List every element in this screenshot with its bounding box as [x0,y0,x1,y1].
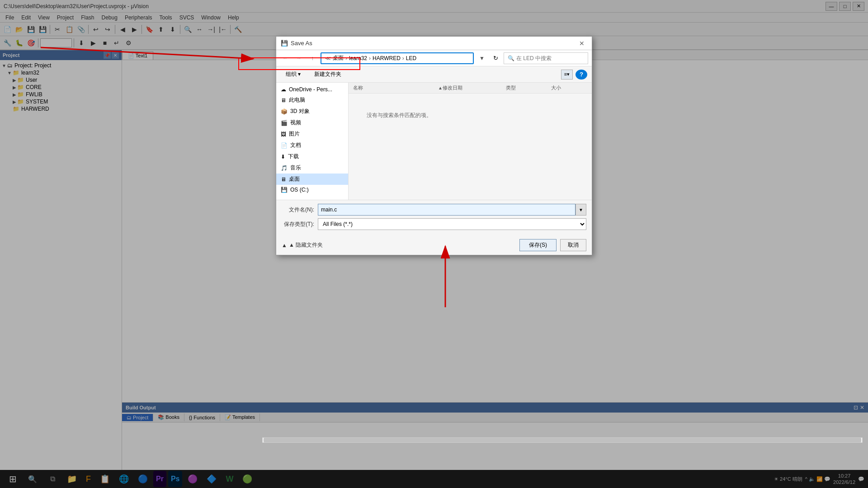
col-date[interactable]: 修改日期 [443,84,506,91]
music-icon: 🎵 [281,165,288,171]
this-pc-icon: 🖥 [281,97,286,103]
dialog-close-button[interactable]: ✕ [576,38,587,48]
dialog-body: ☁ OneDrive - Pers... 🖥 此电脑 📦 3D 对象 🎬 视频 … [276,83,592,200]
organize-button[interactable]: 组织 ▾ [281,69,306,80]
new-folder-button[interactable]: 新建文件夹 [309,69,346,80]
nav-desktop[interactable]: 🖥 桌面 [276,174,348,185]
cancel-button[interactable]: 取消 [560,239,586,251]
path-sep-icon: ≪ [325,55,331,61]
modal-overlay: 💾 Save As ✕ ← → ↑ ≪ 桌面 › learn32 › HARWR… [0,0,868,488]
dialog-title-icon: 💾 [281,40,288,47]
sort-arrow: ▲ [438,85,443,90]
path-dropdown-button[interactable]: ▼ [476,53,487,64]
path-chevron-3: › [402,55,404,61]
nav-forward-button[interactable]: → [293,53,304,64]
filetype-row: 保存类型(T): All Files (*.*) C Source Files … [282,218,586,230]
nav-label: 视频 [290,119,301,127]
hide-folders-arrow: ▲ [282,242,287,249]
search-icon: 🔍 [508,55,514,61]
help-button[interactable]: ? [576,70,587,80]
nav-os-c[interactable]: 💾 OS (C:) [276,185,348,195]
filetype-select[interactable]: All Files (*.*) C Source Files (*.c) Hea… [318,218,586,230]
onedrive-icon: ☁ [281,86,286,93]
col-size[interactable]: 大小 [551,84,587,91]
documents-icon: 📄 [281,142,288,149]
dialog-bottom-bar: ▲ ▲ 隐藏文件夹 保存(S) 取消 [276,236,592,255]
nav-this-pc[interactable]: 🖥 此电脑 [276,94,348,106]
path-part-learn32: learn32 [349,55,367,61]
nav-label: 文档 [290,141,301,149]
nav-label: OneDrive - Pers... [289,86,332,93]
file-list-area: 名称 ▲ 修改日期 类型 大小 没有与搜索条件匹配的项。 [349,83,592,200]
nav-label: 音乐 [290,164,301,172]
nav-pictures[interactable]: 🖼 图片 [276,128,348,140]
dialog-title-text: Save As [291,40,312,47]
search-input[interactable] [516,55,584,61]
nav-downloads[interactable]: ⬇ 下载 [276,151,348,162]
path-chevron-1: › [345,55,347,61]
dialog-nav-sidebar: ☁ OneDrive - Pers... 🖥 此电脑 📦 3D 对象 🎬 视频 … [276,83,349,200]
path-chevron-2: › [369,55,371,61]
nav-label: 此电脑 [289,96,305,104]
filename-dropdown[interactable]: ▼ [576,204,586,216]
refresh-button[interactable]: ↻ [490,53,501,64]
path-part-harwred: HARWRED [373,55,401,61]
dialog-title-content: 💾 Save As [281,40,312,47]
file-list-header: 名称 ▲ 修改日期 类型 大小 [349,83,592,94]
disk-icon: 💾 [281,187,288,193]
empty-message: 没有与搜索条件匹配的项。 [349,94,592,137]
filename-label: 文件名(N): [282,206,318,214]
save-as-dialog: 💾 Save As ✕ ← → ↑ ≪ 桌面 › learn32 › HARWR… [276,36,592,255]
view-toggle-button[interactable]: ≡▾ [561,70,573,80]
new-folder-label: 新建文件夹 [314,70,341,78]
dialog-footer: 文件名(N): ▼ 保存类型(T): All Files (*.*) C Sou… [276,200,592,236]
save-button[interactable]: 保存(S) [519,239,557,251]
dialog-title-bar: 💾 Save As ✕ [276,37,592,50]
nav-music[interactable]: 🎵 音乐 [276,162,348,174]
nav-label: 图片 [289,130,300,138]
path-part-led: LED [406,55,416,61]
address-bar: ← → ↑ ≪ 桌面 › learn32 › HARWRED › LED ▼ ↻… [276,50,592,66]
3d-icon: 📦 [281,108,288,115]
path-part-desktop: 桌面 [333,54,344,62]
filename-input[interactable] [318,204,576,216]
nav-label: 下载 [288,153,299,160]
filetype-label: 保存类型(T): [282,221,318,228]
dialog-toolbar: 组织 ▾ 新建文件夹 ≡▾ ? [276,66,592,83]
hide-folders-toggle[interactable]: ▲ ▲ 隐藏文件夹 [282,241,323,249]
nav-label: 3D 对象 [290,108,310,115]
nav-onedrive[interactable]: ☁ OneDrive - Pers... [276,84,348,94]
nav-label: 桌面 [289,175,300,183]
pictures-icon: 🖼 [281,131,286,137]
view-controls: ≡▾ ? [561,70,587,80]
hide-folders-label: ▲ 隐藏文件夹 [289,241,323,249]
address-path[interactable]: ≪ 桌面 › learn32 › HARWRED › LED [321,52,474,64]
nav-back-button[interactable]: ← [280,53,291,64]
nav-label: OS (C:) [290,187,309,193]
dialog-action-buttons: 保存(S) 取消 [519,239,586,251]
desktop-icon: 🖥 [281,176,286,183]
nav-up-button[interactable]: ↑ [307,53,318,64]
filename-row: 文件名(N): ▼ [282,204,586,216]
video-icon: 🎬 [281,120,288,126]
nav-3d-objects[interactable]: 📦 3D 对象 [276,106,348,117]
organize-label: 组织 ▾ [286,70,301,78]
nav-videos[interactable]: 🎬 视频 [276,117,348,128]
downloads-icon: ⬇ [281,154,285,160]
search-box[interactable]: 🔍 [504,52,588,64]
nav-documents[interactable]: 📄 文档 [276,140,348,151]
col-name[interactable]: 名称 [353,84,438,91]
col-type[interactable]: 类型 [506,84,551,91]
